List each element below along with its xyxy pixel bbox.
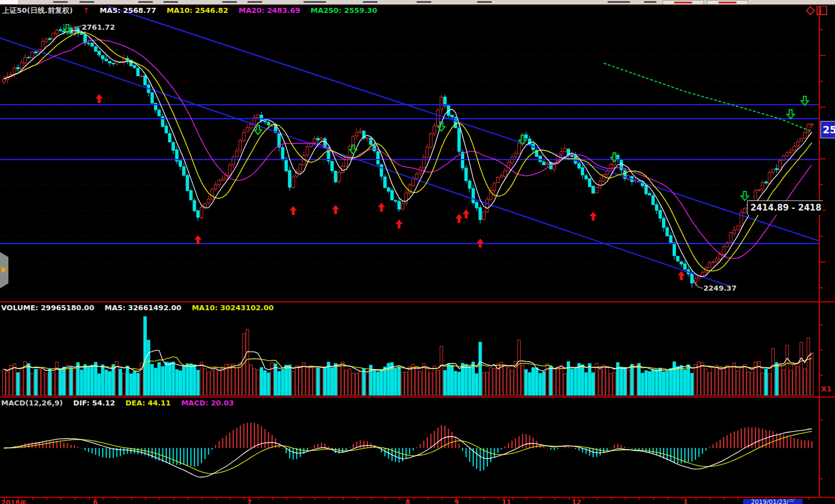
chart-frame	[0, 5, 835, 502]
toolbar-menu-fragment[interactable]	[53, 1, 68, 3]
toolbar-app-icon[interactable]	[0, 0, 19, 4]
ma5-value: MA5: 2568.77	[100, 6, 156, 15]
x-axis-year-label: 2018年	[1, 498, 26, 504]
main-panel-header: 上证50(日线.前复权) ↑ MA5: 2568.77 MA10: 2546.8…	[2, 6, 385, 16]
top-toolbar	[0, 0, 835, 4]
ma5-line	[4, 30, 812, 277]
buy-arrow-icon	[378, 203, 385, 212]
ma250-value: MA250: 2559.30	[311, 6, 377, 15]
buy-arrow-icon	[332, 205, 339, 214]
volume-panel-header: VOLUME: 29965180.00 MA5: 32661492.00 MA1…	[1, 304, 282, 312]
volume-value: VOLUME: 29965180.00	[1, 304, 94, 312]
macd-lines	[4, 429, 812, 477]
toolbar-menu-fragment[interactable]	[608, 1, 630, 3]
ma250-line	[604, 63, 812, 132]
macd-panel-header: MACD(12,26,9) DIF: 54.12 DEA: 44.11 MACD…	[1, 399, 242, 407]
volume-unit-label: X1	[821, 385, 832, 393]
sidebar-collapse-tab[interactable]	[0, 252, 8, 288]
toolbar-menu-fragment[interactable]	[304, 1, 326, 3]
volume-bars	[3, 316, 814, 395]
buy-arrow-icon	[678, 271, 685, 280]
ma10-line	[4, 32, 812, 271]
candlesticks	[3, 24, 814, 287]
toolbar-underline	[0, 4, 835, 6]
buy-button[interactable]	[663, 0, 704, 4]
ma20-value: MA20: 2483.69	[239, 6, 300, 15]
buy-arrow-icon	[477, 239, 484, 248]
expand-arrow-icon	[2, 267, 7, 273]
x-axis-month-label: 6	[93, 498, 97, 504]
split-window-icon[interactable]	[817, 6, 827, 15]
toolbar-menu-fragment[interactable]	[363, 1, 377, 3]
volume-ma10-line	[4, 357, 812, 371]
dif-line	[4, 429, 812, 477]
volume-ma10-value: MA10: 30243102.00	[192, 304, 273, 312]
dea-line	[4, 431, 812, 473]
toolbar-menu-fragment[interactable]	[477, 1, 492, 3]
x-axis-month-label: 9	[454, 498, 459, 504]
period-low-label: 2249.37	[703, 284, 736, 292]
sell-arrow-icon	[787, 110, 794, 119]
toolbar-menu-fragment[interactable]	[164, 1, 178, 3]
price-range-readout: 2414.89 - 2418	[747, 200, 823, 215]
cursor-date-box: 2019/01/23/三	[743, 499, 803, 504]
volume-ma-lines	[4, 351, 812, 372]
macd-formula: MACD(12,26,9)	[1, 399, 63, 407]
toolbar-menu-fragment[interactable]	[138, 1, 153, 3]
ma10-value: MA10: 2546.82	[166, 6, 228, 15]
toolbar-menu-fragment[interactable]	[80, 1, 94, 3]
buy-arrow-icon	[395, 220, 403, 228]
x-axis-month-label: 8	[405, 498, 410, 504]
toolbar-menu-fragment[interactable]	[644, 1, 656, 3]
sell-button[interactable]	[707, 0, 748, 4]
buy-arrow-icon	[96, 94, 103, 103]
x-axis-month-label: 11	[502, 498, 511, 504]
x-axis-month-label: 1	[683, 498, 688, 504]
toolbar-menu-fragment[interactable]	[417, 1, 431, 3]
kline-chart-canvas[interactable]	[0, 0, 835, 504]
instrument-title: 上证50(日线.前复权)	[2, 6, 73, 15]
toolbar-menu-fragment[interactable]	[222, 1, 237, 3]
trend-lines	[0, 0, 819, 286]
ma-lines	[4, 30, 812, 277]
volume-ma5-value: MA5: 32661492.00	[105, 304, 181, 312]
dif-value: DIF: 54.12	[73, 399, 115, 407]
macd-value: MACD: 20.03	[181, 399, 234, 407]
buy-arrow-icon	[463, 209, 470, 218]
stock-app-screen: { "header": { "title": "上证50(日线.前复权)", "…	[0, 0, 835, 504]
buy-arrow-icon	[455, 214, 463, 223]
axis-last-price-box: 25	[820, 121, 835, 138]
volume-ma5-line	[4, 351, 812, 372]
buy-arrow-icon	[290, 206, 297, 215]
buy-arrow-icon	[590, 212, 597, 221]
toolbar-menu-fragment[interactable]	[248, 1, 262, 3]
buy-arrow-icon	[194, 235, 202, 244]
up-arrow-icon: ↑	[83, 6, 89, 15]
dea-value: DEA: 44.11	[125, 399, 171, 407]
sell-arrow-icon	[801, 96, 809, 105]
sell-arrow-icon	[741, 192, 749, 200]
period-high-label: 2761.72	[82, 23, 115, 31]
x-axis-month-label: 12	[572, 498, 581, 504]
x-axis-month-label: 7	[247, 498, 251, 504]
ma20-line	[4, 40, 812, 259]
